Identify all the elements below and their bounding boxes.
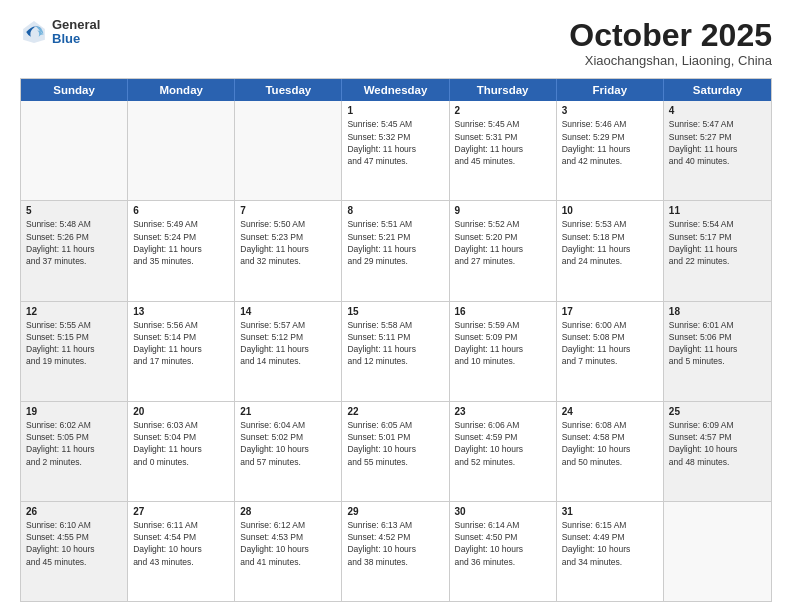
calendar: SundayMondayTuesdayWednesdayThursdayFrid… [20,78,772,602]
logo-blue-text: Blue [52,32,100,46]
day-info: Sunrise: 6:01 AM Sunset: 5:06 PM Dayligh… [669,319,766,368]
day-cell-23: 23Sunrise: 6:06 AM Sunset: 4:59 PM Dayli… [450,402,557,501]
day-info: Sunrise: 5:45 AM Sunset: 5:32 PM Dayligh… [347,118,443,167]
day-header-friday: Friday [557,79,664,101]
day-info: Sunrise: 5:45 AM Sunset: 5:31 PM Dayligh… [455,118,551,167]
day-header-wednesday: Wednesday [342,79,449,101]
day-number: 22 [347,406,443,417]
logo-text: General Blue [52,18,100,47]
day-number: 7 [240,205,336,216]
day-info: Sunrise: 6:05 AM Sunset: 5:01 PM Dayligh… [347,419,443,468]
location-subtitle: Xiaochangshan, Liaoning, China [569,53,772,68]
day-number: 1 [347,105,443,116]
calendar-body: 1Sunrise: 5:45 AM Sunset: 5:32 PM Daylig… [21,101,771,601]
day-info: Sunrise: 5:48 AM Sunset: 5:26 PM Dayligh… [26,218,122,267]
empty-cell [128,101,235,200]
day-info: Sunrise: 6:03 AM Sunset: 5:04 PM Dayligh… [133,419,229,468]
header: General Blue October 2025 Xiaochangshan,… [20,18,772,68]
day-cell-4: 4Sunrise: 5:47 AM Sunset: 5:27 PM Daylig… [664,101,771,200]
day-cell-28: 28Sunrise: 6:12 AM Sunset: 4:53 PM Dayli… [235,502,342,601]
calendar-row-4: 26Sunrise: 6:10 AM Sunset: 4:55 PM Dayli… [21,501,771,601]
day-cell-16: 16Sunrise: 5:59 AM Sunset: 5:09 PM Dayli… [450,302,557,401]
logo: General Blue [20,18,100,47]
day-number: 14 [240,306,336,317]
day-number: 31 [562,506,658,517]
calendar-header: SundayMondayTuesdayWednesdayThursdayFrid… [21,79,771,101]
day-cell-13: 13Sunrise: 5:56 AM Sunset: 5:14 PM Dayli… [128,302,235,401]
day-number: 9 [455,205,551,216]
day-header-thursday: Thursday [450,79,557,101]
day-header-saturday: Saturday [664,79,771,101]
day-number: 29 [347,506,443,517]
day-header-sunday: Sunday [21,79,128,101]
day-info: Sunrise: 5:47 AM Sunset: 5:27 PM Dayligh… [669,118,766,167]
empty-cell [664,502,771,601]
title-block: October 2025 Xiaochangshan, Liaoning, Ch… [569,18,772,68]
day-cell-6: 6Sunrise: 5:49 AM Sunset: 5:24 PM Daylig… [128,201,235,300]
day-info: Sunrise: 6:09 AM Sunset: 4:57 PM Dayligh… [669,419,766,468]
day-info: Sunrise: 6:12 AM Sunset: 4:53 PM Dayligh… [240,519,336,568]
day-info: Sunrise: 6:02 AM Sunset: 5:05 PM Dayligh… [26,419,122,468]
day-cell-11: 11Sunrise: 5:54 AM Sunset: 5:17 PM Dayli… [664,201,771,300]
day-number: 17 [562,306,658,317]
logo-icon [20,18,48,46]
day-cell-9: 9Sunrise: 5:52 AM Sunset: 5:20 PM Daylig… [450,201,557,300]
day-info: Sunrise: 6:14 AM Sunset: 4:50 PM Dayligh… [455,519,551,568]
day-cell-31: 31Sunrise: 6:15 AM Sunset: 4:49 PM Dayli… [557,502,664,601]
day-info: Sunrise: 6:00 AM Sunset: 5:08 PM Dayligh… [562,319,658,368]
day-info: Sunrise: 5:59 AM Sunset: 5:09 PM Dayligh… [455,319,551,368]
day-cell-24: 24Sunrise: 6:08 AM Sunset: 4:58 PM Dayli… [557,402,664,501]
day-info: Sunrise: 6:06 AM Sunset: 4:59 PM Dayligh… [455,419,551,468]
day-number: 20 [133,406,229,417]
day-cell-29: 29Sunrise: 6:13 AM Sunset: 4:52 PM Dayli… [342,502,449,601]
day-number: 27 [133,506,229,517]
day-info: Sunrise: 5:54 AM Sunset: 5:17 PM Dayligh… [669,218,766,267]
day-cell-7: 7Sunrise: 5:50 AM Sunset: 5:23 PM Daylig… [235,201,342,300]
day-info: Sunrise: 6:15 AM Sunset: 4:49 PM Dayligh… [562,519,658,568]
month-title: October 2025 [569,18,772,53]
day-info: Sunrise: 5:49 AM Sunset: 5:24 PM Dayligh… [133,218,229,267]
day-info: Sunrise: 6:11 AM Sunset: 4:54 PM Dayligh… [133,519,229,568]
day-number: 18 [669,306,766,317]
day-info: Sunrise: 5:50 AM Sunset: 5:23 PM Dayligh… [240,218,336,267]
day-number: 11 [669,205,766,216]
day-cell-8: 8Sunrise: 5:51 AM Sunset: 5:21 PM Daylig… [342,201,449,300]
day-cell-1: 1Sunrise: 5:45 AM Sunset: 5:32 PM Daylig… [342,101,449,200]
day-cell-12: 12Sunrise: 5:55 AM Sunset: 5:15 PM Dayli… [21,302,128,401]
day-cell-5: 5Sunrise: 5:48 AM Sunset: 5:26 PM Daylig… [21,201,128,300]
day-cell-14: 14Sunrise: 5:57 AM Sunset: 5:12 PM Dayli… [235,302,342,401]
day-info: Sunrise: 5:57 AM Sunset: 5:12 PM Dayligh… [240,319,336,368]
day-cell-2: 2Sunrise: 5:45 AM Sunset: 5:31 PM Daylig… [450,101,557,200]
day-cell-15: 15Sunrise: 5:58 AM Sunset: 5:11 PM Dayli… [342,302,449,401]
logo-general-text: General [52,18,100,32]
day-number: 25 [669,406,766,417]
day-cell-27: 27Sunrise: 6:11 AM Sunset: 4:54 PM Dayli… [128,502,235,601]
page: General Blue October 2025 Xiaochangshan,… [0,0,792,612]
calendar-row-3: 19Sunrise: 6:02 AM Sunset: 5:05 PM Dayli… [21,401,771,501]
day-number: 19 [26,406,122,417]
day-number: 10 [562,205,658,216]
day-info: Sunrise: 5:58 AM Sunset: 5:11 PM Dayligh… [347,319,443,368]
calendar-row-2: 12Sunrise: 5:55 AM Sunset: 5:15 PM Dayli… [21,301,771,401]
day-number: 16 [455,306,551,317]
day-cell-21: 21Sunrise: 6:04 AM Sunset: 5:02 PM Dayli… [235,402,342,501]
day-info: Sunrise: 5:51 AM Sunset: 5:21 PM Dayligh… [347,218,443,267]
day-number: 4 [669,105,766,116]
calendar-row-1: 5Sunrise: 5:48 AM Sunset: 5:26 PM Daylig… [21,200,771,300]
day-info: Sunrise: 5:56 AM Sunset: 5:14 PM Dayligh… [133,319,229,368]
calendar-row-0: 1Sunrise: 5:45 AM Sunset: 5:32 PM Daylig… [21,101,771,200]
day-info: Sunrise: 5:46 AM Sunset: 5:29 PM Dayligh… [562,118,658,167]
day-number: 13 [133,306,229,317]
day-number: 15 [347,306,443,317]
day-number: 12 [26,306,122,317]
day-info: Sunrise: 6:10 AM Sunset: 4:55 PM Dayligh… [26,519,122,568]
day-info: Sunrise: 5:52 AM Sunset: 5:20 PM Dayligh… [455,218,551,267]
day-info: Sunrise: 5:53 AM Sunset: 5:18 PM Dayligh… [562,218,658,267]
day-cell-22: 22Sunrise: 6:05 AM Sunset: 5:01 PM Dayli… [342,402,449,501]
day-cell-30: 30Sunrise: 6:14 AM Sunset: 4:50 PM Dayli… [450,502,557,601]
day-info: Sunrise: 6:08 AM Sunset: 4:58 PM Dayligh… [562,419,658,468]
day-cell-3: 3Sunrise: 5:46 AM Sunset: 5:29 PM Daylig… [557,101,664,200]
day-header-monday: Monday [128,79,235,101]
day-info: Sunrise: 6:13 AM Sunset: 4:52 PM Dayligh… [347,519,443,568]
day-cell-17: 17Sunrise: 6:00 AM Sunset: 5:08 PM Dayli… [557,302,664,401]
